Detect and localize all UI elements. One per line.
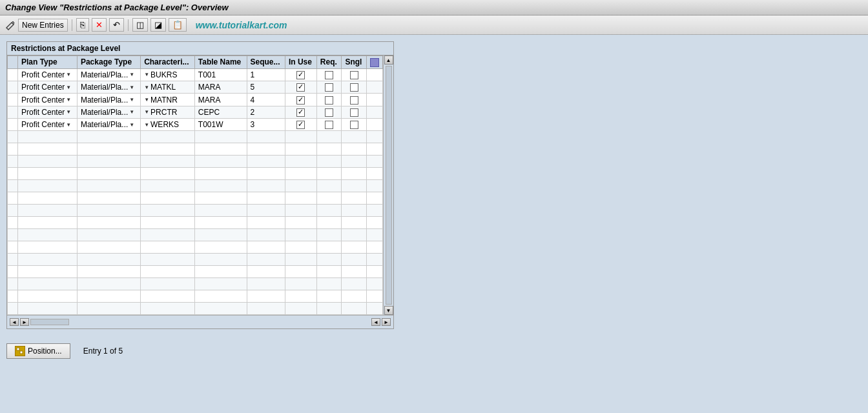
table-body: Profit Center▼Material/Pla...▼▼BUKRST001… (8, 68, 383, 315)
empty-cell (18, 143, 78, 156)
row-selector[interactable] (8, 68, 18, 81)
horizontal-scrollbar-right[interactable]: ◄ ► (371, 318, 391, 326)
row-selector[interactable] (8, 119, 18, 131)
delete-button[interactable]: ✕ (92, 18, 107, 32)
in-use-checkbox[interactable] (296, 83, 305, 92)
scroll-left-button[interactable]: ◄ (10, 318, 19, 326)
req-checkbox[interactable] (325, 96, 333, 105)
empty-cell (18, 217, 78, 229)
cell-table-name: T001 (194, 68, 247, 81)
empty-cell (141, 143, 195, 156)
characteristic-value: WERKS (150, 120, 179, 129)
cell-sngl[interactable] (342, 81, 367, 94)
char-dropdown-arrow[interactable]: ▼ (144, 109, 149, 115)
undo-button[interactable]: ↶ (109, 18, 124, 32)
char-dropdown-arrow[interactable]: ▼ (144, 85, 149, 90)
info-button[interactable]: 📋 (169, 18, 187, 32)
req-checkbox[interactable] (325, 71, 333, 79)
table-row[interactable]: Profit Center▼Material/Pla...▼▼BUKRST001… (8, 68, 383, 81)
prev-page-button[interactable]: ◫ (132, 18, 148, 32)
plan-type-dropdown-arrow[interactable]: ▼ (66, 122, 71, 128)
undo-icon: ↶ (113, 20, 120, 30)
char-dropdown-arrow[interactable]: ▼ (144, 97, 149, 103)
in-use-checkbox[interactable] (296, 121, 305, 129)
empty-cell (316, 229, 342, 241)
empty-cell (77, 266, 140, 278)
table-row[interactable]: Profit Center▼Material/Pla...▼▼MATNRMARA… (8, 94, 383, 106)
cell-req[interactable] (316, 106, 342, 118)
empty-cell (18, 156, 78, 168)
horizontal-scrollbar-left[interactable]: ◄ ► (10, 318, 69, 326)
row-selector[interactable] (8, 94, 18, 106)
cell-sngl[interactable] (342, 68, 367, 81)
char-dropdown-arrow[interactable]: ▼ (144, 122, 149, 128)
separator-1 (72, 19, 72, 31)
package-type-dropdown-arrow[interactable]: ▼ (129, 72, 134, 77)
empty-cell (194, 254, 247, 266)
position-button[interactable]: Position... (6, 343, 70, 359)
empty-cell (316, 131, 342, 143)
plan-type-dropdown-arrow[interactable]: ▼ (66, 72, 71, 77)
in-use-checkbox[interactable] (296, 96, 305, 105)
empty-cell (8, 254, 18, 266)
empty-cell (18, 266, 78, 278)
cell-in-use[interactable] (285, 94, 316, 106)
package-type-dropdown-arrow[interactable]: ▼ (129, 97, 134, 103)
sngl-checkbox[interactable] (350, 121, 358, 129)
table-row[interactable]: Profit Center▼Material/Pla...▼▼PRCTRCEPC… (8, 106, 383, 118)
sngl-checkbox[interactable] (350, 71, 358, 79)
req-checkbox[interactable] (325, 108, 333, 117)
cell-sngl[interactable] (342, 119, 367, 131)
cell-sngl[interactable] (342, 106, 367, 118)
empty-cell (194, 278, 247, 290)
empty-cell (342, 143, 367, 156)
empty-cell (342, 131, 367, 143)
row-selector[interactable] (8, 106, 18, 118)
cell-in-use[interactable] (285, 106, 316, 118)
in-use-checkbox[interactable] (296, 108, 305, 117)
cell-req[interactable] (316, 81, 342, 94)
package-type-dropdown-arrow[interactable]: ▼ (129, 85, 134, 90)
package-type-dropdown-arrow[interactable]: ▼ (129, 109, 134, 115)
in-use-checkbox[interactable] (296, 71, 305, 79)
plan-type-value: Profit Center (21, 83, 65, 92)
row-selector[interactable] (8, 81, 18, 94)
empty-table-row (8, 131, 383, 143)
new-entries-button[interactable]: New Entries (18, 19, 68, 32)
empty-cell (18, 241, 78, 254)
sngl-checkbox[interactable] (350, 96, 358, 105)
next-page-button[interactable]: ◪ (150, 18, 166, 32)
cell-req[interactable] (316, 68, 342, 81)
sngl-checkbox[interactable] (350, 108, 358, 117)
empty-cell (285, 266, 316, 278)
plan-type-dropdown-arrow[interactable]: ▼ (66, 85, 71, 90)
req-checkbox[interactable] (325, 83, 333, 92)
plan-type-dropdown-arrow[interactable]: ▼ (66, 109, 71, 115)
cell-in-use[interactable] (285, 81, 316, 94)
scroll-far-right-button[interactable]: ► (382, 318, 391, 326)
cell-in-use[interactable] (285, 119, 316, 131)
table-row[interactable]: Profit Center▼Material/Pla...▼▼MATKLMARA… (8, 81, 383, 94)
scroll-up-button[interactable]: ▲ (384, 55, 393, 65)
empty-cell (316, 143, 342, 156)
scroll-right-button2[interactable]: ► (20, 318, 29, 326)
req-checkbox[interactable] (325, 121, 333, 129)
bottom-bar: ◄ ► ◄ ► (7, 315, 393, 328)
package-type-value: Material/Pla... (81, 70, 128, 79)
sngl-checkbox[interactable] (350, 83, 358, 92)
package-type-dropdown-arrow[interactable]: ▼ (129, 122, 134, 128)
cell-package-type: Material/Pla...▼ (77, 81, 140, 94)
empty-cell (194, 217, 247, 229)
vertical-scrollbar[interactable]: ▲ ▼ (383, 55, 393, 315)
char-dropdown-arrow[interactable]: ▼ (144, 72, 149, 77)
empty-cell (285, 143, 316, 156)
scroll-down-button[interactable]: ▼ (384, 306, 393, 315)
cell-sngl[interactable] (342, 94, 367, 106)
cell-in-use[interactable] (285, 68, 316, 81)
cell-req[interactable] (316, 94, 342, 106)
table-row[interactable]: Profit Center▼Material/Pla...▼▼WERKST001… (8, 119, 383, 131)
copy-button[interactable]: ⎘ (76, 18, 89, 32)
scroll-far-left-button[interactable]: ◄ (371, 318, 380, 326)
cell-req[interactable] (316, 119, 342, 131)
plan-type-dropdown-arrow[interactable]: ▼ (66, 97, 71, 103)
